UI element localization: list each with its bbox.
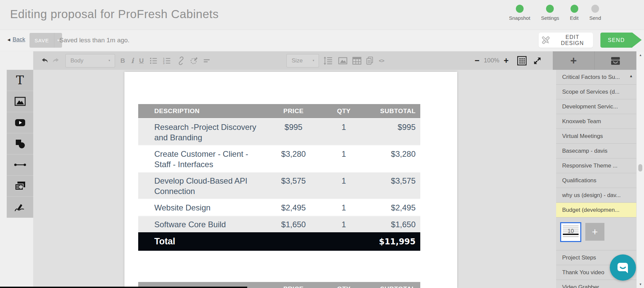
- step-edit[interactable]: Edit: [570, 5, 579, 21]
- row-qty: 1: [322, 146, 366, 172]
- row-subtotal: $2,495: [366, 199, 420, 215]
- scroll-up-icon[interactable]: ▲: [637, 53, 644, 57]
- step-settings[interactable]: Settings: [541, 5, 559, 21]
- video-tool[interactable]: [7, 112, 33, 133]
- line-tool[interactable]: [7, 154, 33, 176]
- signature-tool[interactable]: [7, 197, 33, 218]
- row-subtotal: $3,280: [366, 146, 420, 172]
- text-tool[interactable]: T: [7, 70, 33, 91]
- zoom-in-button[interactable]: +: [504, 56, 509, 65]
- archive-button[interactable]: [595, 51, 636, 70]
- editor-canvas[interactable]: DESCRIPTION PRICE QTY SUBTOTAL Research …: [33, 70, 556, 288]
- sidebar-page-item[interactable]: Video Grabber: [556, 280, 636, 288]
- link-icon[interactable]: [176, 56, 186, 65]
- pricing-table[interactable]: DESCRIPTION PRICE QTY SUBTOTAL Research …: [138, 104, 420, 288]
- color-theme-icon[interactable]: [189, 56, 199, 65]
- align-icon[interactable]: [203, 56, 212, 65]
- step-label: Edit: [570, 15, 579, 21]
- document-page[interactable]: DESCRIPTION PRICE QTY SUBTOTAL Research …: [124, 72, 457, 288]
- grid-view-icon[interactable]: [517, 56, 527, 66]
- back-link[interactable]: ◀ Back: [7, 36, 25, 43]
- edit-design-button[interactable]: EDIT DESIGN: [539, 33, 593, 48]
- column-header: QTY: [322, 285, 366, 288]
- pencil-ruler-icon: [541, 35, 551, 45]
- underline-icon[interactable]: U: [139, 57, 144, 64]
- paragraph-style-value: Body: [66, 57, 84, 64]
- numbered-list-icon[interactable]: 123: [162, 56, 172, 65]
- redo-icon[interactable]: [51, 56, 60, 65]
- table-row[interactable]: Website Design $2,495 1 $2,495: [138, 199, 420, 215]
- image-tool-icon: [14, 96, 26, 107]
- chat-launcher-button[interactable]: [610, 254, 636, 281]
- table-icon[interactable]: [352, 56, 362, 65]
- save-bar: ◀ Back SAVE ▼ Saved less than 1m ago. ED…: [0, 30, 644, 51]
- step-send[interactable]: Send: [589, 5, 601, 21]
- code-icon[interactable]: <>: [379, 58, 384, 63]
- step-label: Settings: [541, 15, 559, 21]
- row-price: $995: [265, 119, 322, 145]
- send-button[interactable]: SEND: [600, 33, 632, 48]
- app-root: Editing proposal for ProFresh Cabinets S…: [0, 0, 644, 288]
- font-size-dropdown[interactable]: Size ▼: [286, 54, 319, 67]
- workflow-steps: Snapshot Settings Edit Send: [509, 5, 601, 21]
- column-header: DESCRIPTION: [138, 107, 265, 115]
- save-button[interactable]: SAVE: [30, 33, 54, 48]
- zoom-out-button[interactable]: −: [475, 56, 480, 65]
- image-icon[interactable]: [338, 56, 348, 65]
- scrollbar-thumb[interactable]: [638, 164, 642, 172]
- zoom-level: 100%: [484, 57, 499, 64]
- row-description: Develop Cloud-Based API Connection: [138, 173, 265, 199]
- line-height-icon[interactable]: [323, 56, 333, 65]
- list-scroll-up-icon[interactable]: ▲: [629, 74, 633, 78]
- table-row[interactable]: Software Core Build $1,650 1 $1,650: [138, 215, 420, 232]
- fee-table-tool[interactable]: [7, 176, 33, 197]
- save-button-group: SAVE ▼: [30, 33, 62, 48]
- bullet-list-icon[interactable]: [149, 56, 158, 65]
- fullscreen-icon[interactable]: [533, 56, 542, 65]
- sidebar-page-item[interactable]: Responsive Theme ...: [556, 158, 636, 173]
- paste-icon[interactable]: [365, 56, 375, 65]
- main-scrollbar[interactable]: ▲ ▼: [636, 51, 644, 288]
- table-row[interactable]: Create Customer - Client - Staff - Inter…: [138, 145, 420, 172]
- step-status-dot: [546, 5, 554, 13]
- sidebar-page-item[interactable]: why us (design) - dav...: [556, 188, 636, 203]
- archive-icon: [609, 56, 622, 66]
- image-tool[interactable]: [7, 91, 33, 112]
- sidebar-page-item[interactable]: Development Servic...: [556, 99, 636, 114]
- step-status-dot: [571, 5, 578, 13]
- page-thumbnail-zone: 10 +: [556, 218, 636, 250]
- sidebar-page-item[interactable]: Knoxweb Team: [556, 114, 636, 129]
- step-status-dot: [591, 5, 599, 13]
- sidebar-page-item[interactable]: Virtual Meetings: [556, 129, 636, 144]
- add-page-version-button[interactable]: +: [585, 223, 604, 241]
- add-page-icon: +: [570, 55, 577, 66]
- add-page-button[interactable]: +: [553, 51, 595, 70]
- total-row[interactable]: Total $11,995: [138, 232, 420, 251]
- sidebar-page-item[interactable]: Qualifications: [556, 173, 636, 188]
- paragraph-style-dropdown[interactable]: Body ▼: [65, 54, 115, 67]
- svg-text:3: 3: [163, 62, 165, 64]
- sidebar-page-item[interactable]: Scope of Services (d...: [556, 85, 636, 99]
- active-page-thumbnail[interactable]: 10: [560, 222, 581, 242]
- sidebar-page-item-active[interactable]: Budget (developmen...: [556, 203, 636, 218]
- back-arrow-icon: ◀: [7, 38, 10, 42]
- column-header: QTY: [322, 107, 366, 115]
- scroll-down-icon[interactable]: ▼: [637, 283, 644, 286]
- table-row[interactable]: Develop Cloud-Based API Connection $3,57…: [138, 172, 420, 199]
- signature-tool-icon: [14, 202, 26, 212]
- sidebar-page-item[interactable]: Basecamp - davis: [556, 144, 636, 158]
- italic-icon[interactable]: i: [131, 56, 134, 65]
- step-status-dot: [516, 5, 524, 13]
- bold-icon[interactable]: B: [120, 57, 125, 64]
- step-label: Snapshot: [509, 15, 530, 21]
- row-description: Website Design: [138, 199, 265, 215]
- sidebar-panel-buttons: +: [553, 51, 636, 70]
- step-snapshot[interactable]: Snapshot: [509, 5, 530, 21]
- page-number-badge: 10: [561, 228, 580, 235]
- sidebar-page-item[interactable]: Critical Factors to Su...: [556, 70, 636, 85]
- fee-table-tool-icon: [14, 181, 26, 191]
- table-row[interactable]: Research -Project Discovery and Branding…: [138, 118, 420, 145]
- shape-tool[interactable]: [7, 133, 33, 154]
- undo-icon[interactable]: [41, 56, 49, 65]
- row-price: $2,495: [265, 199, 322, 215]
